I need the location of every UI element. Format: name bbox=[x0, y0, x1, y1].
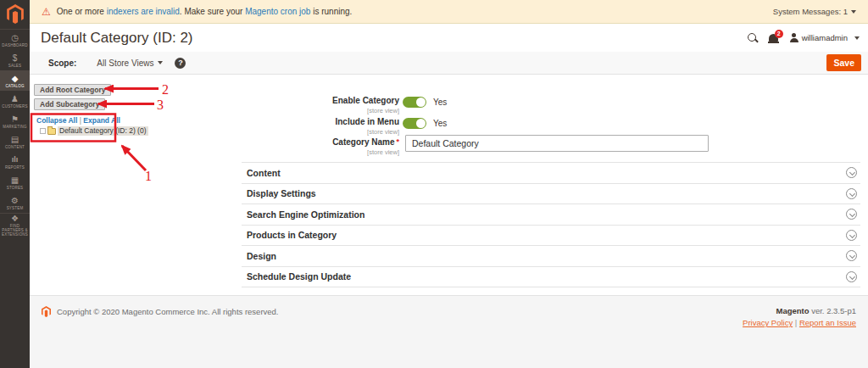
sidebar-item-system[interactable]: ⚙ SYSTEM bbox=[0, 192, 30, 213]
chevron-down-circle-icon[interactable] bbox=[846, 167, 857, 178]
username: williamadmin bbox=[802, 33, 848, 42]
sidebar-item-find-partners[interactable]: ❖ FIND PARTNERS & EXTENSIONS bbox=[0, 213, 30, 237]
collapse-all-link[interactable]: Collapse All bbox=[36, 116, 77, 125]
include-in-menu-toggle[interactable] bbox=[403, 118, 426, 129]
chevron-down-circle-icon[interactable] bbox=[846, 188, 857, 199]
page-footer: Copyright © 2020 Magento Commerce Inc. A… bbox=[30, 295, 868, 368]
folder-icon bbox=[47, 128, 56, 135]
system-messages-dropdown[interactable]: System Messages: 1 bbox=[773, 7, 856, 16]
settings-accordion: Content Display Settings Search Engine O… bbox=[242, 162, 860, 287]
chevron-down-circle-icon[interactable] bbox=[846, 209, 857, 220]
sidebar-nav: ◷ DASHBOARD $ SALES ◆ CATALOG ♟ CUSTOMER… bbox=[0, 0, 30, 368]
field-scope: [store view] bbox=[264, 106, 399, 115]
accordion-section-schedule-design[interactable]: Schedule Design Update bbox=[242, 267, 860, 288]
section-title: Search Engine Optimization bbox=[247, 209, 364, 220]
separator: | bbox=[80, 116, 81, 125]
footer-links: Privacy Policy | Report an Issue bbox=[743, 318, 856, 327]
message-text: One or more indexers are invalid. Make s… bbox=[57, 7, 353, 16]
sidebar-item-label: DASHBOARD bbox=[2, 43, 27, 47]
toggle-knob bbox=[416, 98, 426, 107]
copyright-text: Copyright © 2020 Magento Commerce Inc. A… bbox=[57, 307, 279, 316]
chevron-down-circle-icon[interactable] bbox=[846, 250, 857, 261]
message-middle: . Make sure your bbox=[180, 7, 245, 16]
brand-name: Magento bbox=[776, 306, 809, 315]
chevron-down-icon bbox=[851, 10, 856, 14]
accordion-section-display-settings[interactable]: Display Settings bbox=[242, 184, 860, 205]
system-message-bar: ⚠ One or more indexers are invalid. Make… bbox=[30, 0, 868, 24]
section-title: Content bbox=[247, 168, 281, 178]
magento-logo[interactable] bbox=[0, 0, 30, 30]
sales-icon: $ bbox=[13, 53, 18, 63]
notifications-button[interactable]: 2 bbox=[768, 32, 781, 44]
category-tree-item[interactable]: Default Category (ID: 2) (0) bbox=[40, 126, 148, 136]
section-title: Products in Category bbox=[247, 230, 337, 240]
chevron-down-circle-icon[interactable] bbox=[846, 271, 857, 282]
page-header: Default Category (ID: 2) 2 williamadmin bbox=[30, 24, 868, 52]
chevron-down-circle-icon[interactable] bbox=[846, 230, 857, 241]
scope-bar: Scope: All Store Views ? Save bbox=[30, 52, 868, 75]
section-title: Design bbox=[247, 251, 276, 261]
chevron-down-icon bbox=[854, 36, 860, 40]
find-partners-icon: ❖ bbox=[11, 214, 19, 223]
tree-item-label: Default Category (ID: 2) (0) bbox=[58, 126, 148, 136]
content-icon: ▤ bbox=[11, 135, 19, 144]
accordion-section-content[interactable]: Content bbox=[242, 163, 860, 184]
privacy-policy-link[interactable]: Privacy Policy bbox=[743, 318, 793, 327]
sidebar-item-content[interactable]: ▤ CONTENT bbox=[0, 131, 30, 152]
sidebar-item-catalog[interactable]: ◆ CATALOG bbox=[0, 70, 30, 91]
dashboard-icon: ◷ bbox=[11, 33, 19, 42]
sidebar-item-label: FIND PARTNERS & EXTENSIONS bbox=[0, 224, 30, 237]
version-number: ver. 2.3.5-p1 bbox=[810, 306, 856, 315]
sidebar-item-customers[interactable]: ♟ CUSTOMERS bbox=[0, 91, 30, 111]
section-title: Schedule Design Update bbox=[247, 271, 351, 282]
tree-controls: Collapse All | Expand All bbox=[36, 116, 120, 125]
category-name-input[interactable] bbox=[405, 135, 709, 152]
accordion-section-products[interactable]: Products in Category bbox=[242, 226, 860, 247]
sidebar-item-reports[interactable]: ılı REPORTS bbox=[0, 152, 30, 172]
required-asterisk: * bbox=[396, 137, 399, 146]
accordion-section-design[interactable]: Design bbox=[242, 246, 860, 267]
search-icon[interactable] bbox=[747, 32, 759, 44]
sidebar-item-label: MARKETING bbox=[3, 125, 27, 129]
user-icon bbox=[790, 33, 798, 42]
main-content: Add Root Category Add Subcategory Collap… bbox=[30, 75, 868, 295]
system-messages-label: System Messages: 1 bbox=[773, 7, 848, 16]
sidebar-item-sales[interactable]: $ SALES bbox=[0, 50, 30, 70]
header-actions: 2 williamadmin bbox=[747, 32, 860, 44]
scope-label: Scope: bbox=[48, 59, 76, 68]
enable-category-label: Enable Category [store view] bbox=[264, 96, 399, 115]
warning-triangle-icon: ⚠ bbox=[42, 7, 51, 17]
help-icon[interactable]: ? bbox=[175, 58, 186, 69]
sidebar-item-label: CATALOG bbox=[5, 84, 24, 88]
tree-expander-icon[interactable] bbox=[40, 128, 46, 134]
store-view-switcher[interactable]: All Store Views bbox=[97, 59, 163, 68]
field-label: Category Name bbox=[332, 137, 394, 147]
page-title: Default Category (ID: 2) bbox=[41, 30, 193, 47]
report-issue-link[interactable]: Report an Issue bbox=[799, 318, 856, 327]
footer-left: Copyright © 2020 Magento Commerce Inc. A… bbox=[42, 306, 279, 317]
marketing-icon: ⚑ bbox=[11, 114, 19, 124]
message-suffix: is running. bbox=[310, 7, 352, 16]
magento-logo-icon bbox=[7, 4, 24, 24]
accordion-section-seo[interactable]: Search Engine Optimization bbox=[242, 204, 860, 226]
add-subcategory-button[interactable]: Add Subcategory bbox=[34, 98, 105, 110]
customers-icon: ♟ bbox=[11, 94, 19, 103]
sidebar-item-label: SALES bbox=[8, 64, 22, 68]
field-scope: [store view] bbox=[264, 127, 399, 137]
sidebar-item-dashboard[interactable]: ◷ DASHBOARD bbox=[0, 30, 30, 50]
expand-all-link[interactable]: Expand All bbox=[83, 116, 120, 125]
enable-category-toggle[interactable] bbox=[403, 97, 426, 108]
user-menu[interactable]: williamadmin bbox=[790, 33, 860, 42]
sidebar-item-label: CUSTOMERS bbox=[2, 104, 27, 109]
save-button[interactable]: Save bbox=[826, 54, 861, 71]
add-root-category-button[interactable]: Add Root Category bbox=[34, 84, 111, 96]
indexers-invalid-link[interactable]: indexers are invalid bbox=[107, 7, 180, 16]
sidebar-item-stores[interactable]: ▦ STORES bbox=[0, 172, 30, 192]
enable-category-value: Yes bbox=[433, 98, 447, 107]
system-icon: ⚙ bbox=[11, 196, 19, 205]
sidebar-item-marketing[interactable]: ⚑ MARKETING bbox=[0, 111, 30, 131]
notification-badge: 2 bbox=[775, 30, 783, 38]
cron-job-link[interactable]: Magento cron job bbox=[245, 7, 310, 16]
footer-right: Magento ver. 2.3.5-p1 Privacy Policy | R… bbox=[743, 306, 856, 327]
sidebar-item-label: CONTENT bbox=[5, 145, 25, 149]
